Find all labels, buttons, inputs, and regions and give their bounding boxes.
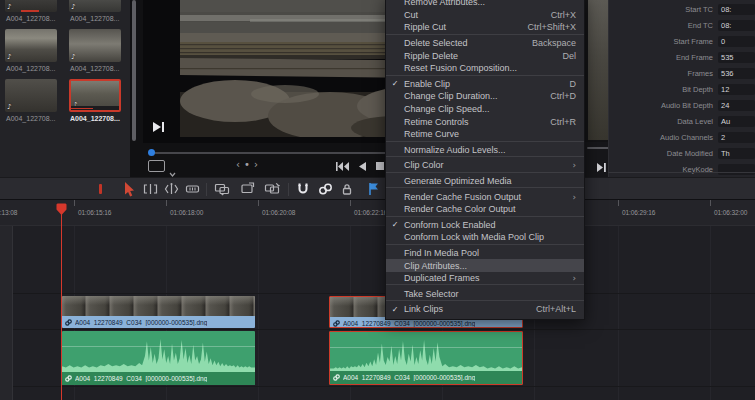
menu-item[interactable]: Delete Selected Backspace [386,37,584,50]
audio-clip-label: A004_12270849_C034_[000000-000535].dng [62,372,255,385]
media-pool-scrollbar[interactable] [132,0,136,141]
metadata-label: Bit Depth [613,85,713,94]
clip-thumbnail[interactable] [69,29,121,62]
toolbar-divider [288,183,289,196]
waveform-centerline [62,346,255,347]
overwrite-clip-icon[interactable] [240,182,256,197]
metadata-value-field[interactable]: Au [718,116,755,127]
dynamic-trim-mode-icon[interactable] [164,182,180,197]
trim-edit-mode-icon[interactable] [143,182,159,197]
media-pool-clip[interactable]: A004_122708... [69,29,121,76]
menu-item[interactable]: Conform Lock with Media Pool Clip [386,231,584,245]
menu-item-label: Clip Color [404,160,554,170]
viewer-scrubber-handle[interactable] [148,149,155,156]
menu-item[interactable]: Render Cache Fusion Output [386,190,584,203]
audio-note-icon [7,3,11,11]
insert-clip-icon[interactable] [214,182,230,197]
menu-item-label: Link Clips [404,304,526,314]
submenu-arrow-icon [572,273,576,283]
menu-item[interactable]: Enable Clip D [386,78,584,91]
metadata-label: Data Level [613,117,713,126]
link-icon [333,374,340,381]
menu-item-shortcut: Ctrl+D [550,91,576,101]
metadata-row: Start TC 08: [609,1,755,17]
menu-item[interactable]: Duplicated Frames [386,272,584,286]
clip-thumbnail[interactable] [5,0,57,12]
media-pool-clip[interactable]: A004_122708... [5,79,57,126]
menu-item-shortcut: Ctrl+Alt+L [536,304,576,314]
razor-edit-mode-icon[interactable] [185,182,201,197]
metadata-value-field[interactable]: Th [718,148,755,159]
flag-marker-icon[interactable] [368,182,384,197]
metadata-row: End TC 08: [609,17,755,33]
metadata-row: End Frame 535 [609,49,755,65]
clip-context-menu: Remove Attributes... Cut Ctrl+X Ripple C… [385,0,585,320]
video-clip[interactable]: A004_12270849_C034_[000000-000535].dng [62,296,255,328]
menu-item[interactable]: Cut Ctrl+X [386,9,584,22]
menu-item[interactable]: Reset Fusion Composition... [386,62,584,76]
clip-nav-cluster[interactable]: ‹•› [236,159,268,170]
playhead-marker[interactable] [55,202,68,215]
metadata-value-field[interactable]: 536 [718,68,755,79]
menu-item[interactable]: Ripple Cut Ctrl+Shift+X [386,21,584,35]
audio-clip[interactable]: A004_12270849_C034_[000000-000535].dng [62,331,255,385]
clip-thumbnail[interactable] [69,79,121,112]
clip-thumbnail[interactable] [5,29,57,62]
link-icon [65,319,72,326]
metadata-value-field[interactable]: 12 [718,84,755,95]
menu-item[interactable]: Find In Media Pool [386,247,584,260]
media-pool-clip[interactable]: A004_122708... [5,0,57,26]
menu-item[interactable]: Link Clips Ctrl+Alt+L [386,303,584,316]
video-clip-label: A004_12270849_C034_[000000-000535].dng [62,316,255,328]
menu-item[interactable]: Change Clip Speed... [386,103,584,116]
playhead-line[interactable] [61,206,62,400]
metadata-rows: Start TC 08: End TC 08: Start Frame 0 En… [609,1,755,177]
metadata-value-field[interactable]: 0 [718,36,755,47]
chevron-down-icon[interactable] [169,163,176,168]
menu-item[interactable]: Clip Color [386,159,584,173]
menu-item[interactable]: Conform Lock Enabled [386,219,584,232]
menu-item[interactable]: Change Clip Duration... Ctrl+D [386,90,584,103]
media-pool-grid: A004_122708... A004_122708... A004_12270… [5,0,121,129]
media-pool-clip[interactable]: A004_122708... [5,29,57,76]
audio-clip-selected[interactable]: A004_12270849_C034_[000000-000535].dng [329,331,523,385]
stop-icon[interactable] [376,162,384,170]
menu-item[interactable]: Retime Controls Ctrl+R [386,115,584,128]
replace-clip-icon[interactable] [264,182,280,197]
skip-to-start-icon[interactable] [336,162,349,171]
red-marker-icon[interactable] [99,184,102,194]
clip-thumbnail[interactable] [5,79,57,112]
menu-item-label: Render Cache Fusion Output [404,192,554,202]
menu-item-label: Take Selector [404,289,566,299]
media-pool-clip[interactable]: A004_122708... [69,0,121,26]
menu-item[interactable]: Remove Attributes... [386,0,584,9]
timeline-ruler[interactable]: 01:06:13:08 01:06:15:16 01:06:18:00 01:0… [0,200,755,226]
clip-thumbnail[interactable] [69,0,121,12]
metadata-value-field[interactable]: 535 [718,52,755,63]
menu-item[interactable]: Clip Attributes... [386,259,584,272]
skip-forward-icon[interactable] [152,119,166,131]
snapping-magnet-icon[interactable] [296,182,312,197]
selection-arrow-icon[interactable] [123,182,139,197]
audio-note-icon [7,103,11,111]
metadata-value-field[interactable]: 08: [718,4,755,15]
menu-item-label: Render Cache Color Output [404,204,566,214]
menu-item-shortcut: Ctrl+X [551,10,576,20]
next-frame-icon[interactable] [596,158,607,176]
menu-item[interactable]: Retime Curve [386,128,584,142]
metadata-value-field[interactable]: 08: [718,20,755,31]
media-pool-clip[interactable]: A004_122708... [69,79,121,126]
metadata-row: Date Modified Th [609,145,755,161]
link-selection-icon[interactable] [318,182,334,197]
menu-item[interactable]: Ripple Delete Del [386,49,584,62]
position-lock-icon[interactable] [340,182,356,197]
menu-item[interactable]: Normalize Audio Levels... [386,144,584,158]
metadata-value-field[interactable]: 2 [718,132,755,143]
timeline-tracks[interactable]: A004_12270849_C034_[000000-000535].dng A… [0,226,755,400]
menu-item[interactable]: Take Selector [386,287,584,301]
metadata-value-field[interactable]: 24 [718,100,755,111]
fit-frame-button[interactable] [148,160,165,172]
play-reverse-icon[interactable] [358,162,367,171]
menu-item[interactable]: Render Cache Color Output [386,203,584,217]
menu-item[interactable]: Generate Optimized Media [386,175,584,189]
